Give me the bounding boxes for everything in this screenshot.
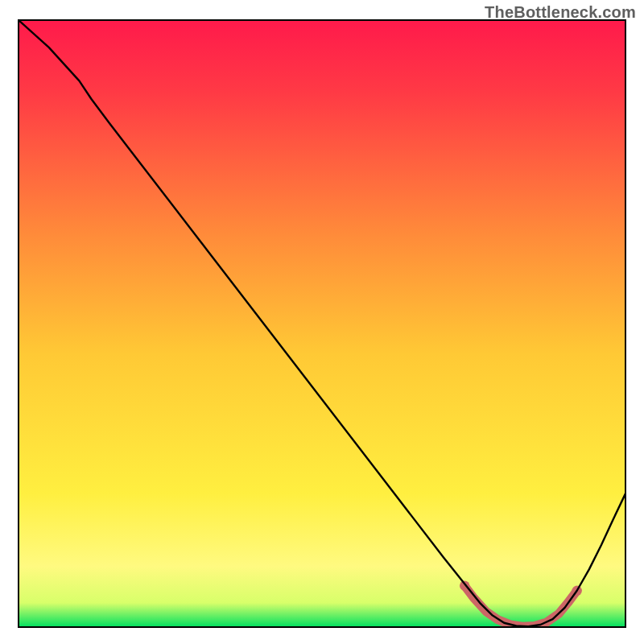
gradient-background: [19, 20, 625, 627]
watermark-text: TheBottleneck.com: [485, 3, 636, 22]
chart-stage: TheBottleneck.com: [0, 0, 644, 644]
bottleneck-chart: [0, 0, 644, 644]
